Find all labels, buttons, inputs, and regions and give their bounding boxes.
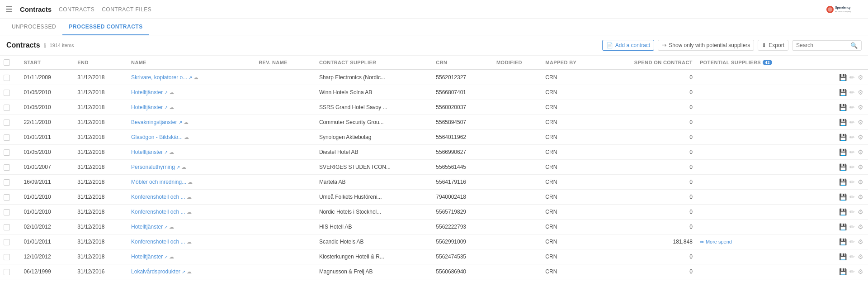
contract-name-link[interactable]: Lokalvårdsprodukter↗☁ (131, 268, 212, 275)
col-modified[interactable]: MODIFIED (493, 56, 542, 70)
edit-icon[interactable]: ✏ (849, 73, 856, 82)
col-crn[interactable]: CRN (432, 56, 493, 70)
save-icon[interactable]: 💾 (838, 237, 848, 246)
edit-icon[interactable]: ✏ (849, 252, 856, 261)
cell-rev-name (255, 85, 316, 100)
row-checkbox-8[interactable] (4, 194, 10, 201)
row-actions: 💾 ✏ ⚙ (818, 103, 864, 112)
save-icon[interactable]: 💾 (838, 222, 848, 231)
row-checkbox-6[interactable] (4, 164, 10, 171)
save-icon[interactable]: 💾 (838, 207, 848, 216)
edit-icon[interactable]: ✏ (849, 133, 856, 142)
save-icon[interactable]: 💾 (838, 267, 848, 276)
row-actions: 💾 ✏ ⚙ (818, 267, 864, 276)
edit-icon[interactable]: ✏ (849, 192, 856, 201)
save-icon[interactable]: 💾 (838, 88, 848, 97)
filter-icon[interactable]: ⚙ (857, 267, 864, 276)
filter-icon[interactable]: ⚙ (857, 222, 864, 231)
more-spend-link[interactable]: ⇒ More spend (700, 239, 811, 245)
filter-icon[interactable]: ⚙ (857, 133, 864, 142)
cell-modified (493, 115, 542, 130)
row-checkbox-11[interactable] (4, 239, 10, 245)
filter-icon[interactable]: ⚙ (857, 148, 864, 157)
row-checkbox-12[interactable] (4, 254, 10, 260)
edit-icon[interactable]: ✏ (849, 118, 856, 127)
filter-icon[interactable]: ⚙ (857, 252, 864, 261)
contract-name-link[interactable]: Konferenshotell och ...☁ (131, 239, 212, 245)
menu-icon[interactable]: ☰ (5, 5, 13, 14)
row-checkbox-3[interactable] (4, 120, 10, 126)
col-start[interactable]: START (20, 56, 74, 70)
edit-icon[interactable]: ✏ (849, 88, 856, 97)
contract-name-link[interactable]: Skrivare, kopiatorer o...↗☁ (131, 74, 212, 81)
row-checkbox-7[interactable] (4, 179, 10, 186)
tab-unprocessed[interactable]: UNPROCESSED (5, 19, 62, 35)
col-supplier[interactable]: CONTRACT SUPPLIER (316, 56, 432, 70)
row-checkbox-2[interactable] (4, 105, 10, 111)
edit-icon[interactable]: ✏ (849, 177, 856, 187)
filter-icon[interactable]: ⚙ (857, 73, 864, 82)
row-checkbox-0[interactable] (4, 75, 10, 81)
show-potential-suppliers-button[interactable]: ⇒ Show only with potential suppliers (658, 40, 754, 51)
save-icon[interactable]: 💾 (838, 73, 848, 82)
edit-icon[interactable]: ✏ (849, 267, 856, 276)
filter-icon[interactable]: ⚙ (857, 163, 864, 172)
row-checkbox-4[interactable] (4, 134, 10, 141)
save-icon[interactable]: 💾 (838, 103, 848, 112)
edit-icon[interactable]: ✏ (849, 103, 856, 112)
contract-name-link[interactable]: Möbler och inredning...☁ (131, 179, 212, 185)
edit-icon[interactable]: ✏ (849, 237, 856, 246)
col-potential[interactable]: POTENTIAL SUPPLIERS 42 (696, 56, 814, 70)
cell-end: 31/12/2018 (74, 85, 127, 100)
col-mapped-by[interactable]: MAPPED BY (542, 56, 599, 70)
edit-icon[interactable]: ✏ (849, 163, 856, 172)
table-row: 16/09/201131/12/2018 Möbler och inrednin… (0, 175, 868, 190)
nav-contract-files[interactable]: CONTRACT FILES (102, 6, 151, 13)
row-checkbox-5[interactable] (4, 149, 10, 156)
col-rev-name[interactable]: REV. NAME (255, 56, 316, 70)
col-name[interactable]: NAME (127, 56, 255, 70)
export-button[interactable]: ⬇ Export (758, 40, 788, 51)
row-checkbox-10[interactable] (4, 224, 10, 230)
save-icon[interactable]: 💾 (838, 252, 848, 261)
cell-rev-name (255, 220, 316, 234)
add-contract-button[interactable]: 📄 Add a contract (602, 40, 654, 51)
save-icon[interactable]: 💾 (838, 133, 848, 142)
filter-icon[interactable]: ⚙ (857, 237, 864, 246)
col-end[interactable]: END (74, 56, 127, 70)
save-icon[interactable]: 💾 (838, 177, 848, 187)
contract-name-link[interactable]: Konferenshotell och ...☁ (131, 194, 212, 200)
contract-name-link[interactable]: Hotelltjänster↗☁ (131, 104, 212, 110)
nav-contracts[interactable]: CONTRACTS (59, 6, 94, 13)
edit-icon[interactable]: ✏ (849, 222, 856, 231)
search-input[interactable] (796, 42, 850, 48)
col-spend[interactable]: SPEND ON CONTRACT (599, 56, 696, 70)
contract-name-link[interactable]: Personaluthyrning↗☁ (131, 164, 212, 170)
filter-icon[interactable]: ⚙ (857, 118, 864, 127)
filter-icon[interactable]: ⚙ (857, 177, 864, 187)
row-checkbox-9[interactable] (4, 209, 10, 215)
filter-icon[interactable]: ⚙ (857, 103, 864, 112)
save-icon[interactable]: 💾 (838, 118, 848, 127)
contract-name-link[interactable]: Hotelltjänster↗☁ (131, 254, 212, 260)
row-checkbox-13[interactable] (4, 269, 10, 275)
contract-name-link[interactable]: Hotelltjänster↗☁ (131, 149, 212, 155)
contract-name-link[interactable]: Bevakningstjänster↗☁ (131, 119, 212, 125)
contract-name-link[interactable]: Hotelltjänster↗☁ (131, 224, 212, 230)
save-icon[interactable]: 💾 (838, 192, 848, 201)
edit-icon[interactable]: ✏ (849, 207, 856, 216)
filter-icon[interactable]: ⚙ (857, 192, 864, 201)
save-icon[interactable]: 💾 (838, 148, 848, 157)
cell-end: 31/12/2018 (74, 205, 127, 220)
info-icon[interactable]: ℹ (44, 42, 46, 49)
save-icon[interactable]: 💾 (838, 163, 848, 172)
filter-icon[interactable]: ⚙ (857, 207, 864, 216)
filter-icon[interactable]: ⚙ (857, 88, 864, 97)
select-all-checkbox[interactable] (4, 59, 10, 66)
contract-name-link[interactable]: Konferenshotell och ...☁ (131, 209, 212, 215)
tab-processed-contracts[interactable]: PROCESSED CONTRACTS (62, 19, 149, 35)
contract-name-link[interactable]: Glasögon - Bildskär...☁ (131, 134, 212, 140)
row-checkbox-1[interactable] (4, 90, 10, 96)
contract-name-link[interactable]: Hotelltjänster↗☁ (131, 89, 212, 96)
edit-icon[interactable]: ✏ (849, 148, 856, 157)
